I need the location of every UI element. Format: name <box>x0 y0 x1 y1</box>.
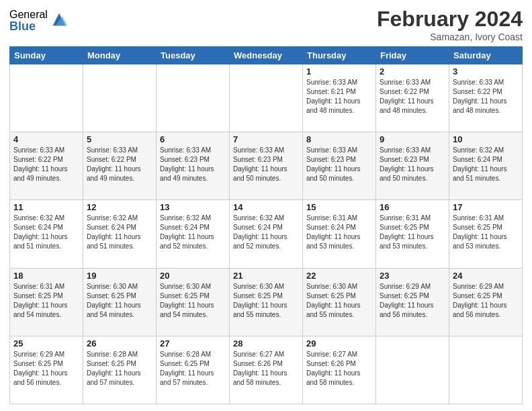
day-number: 23 <box>380 271 445 281</box>
calendar-day-5: 5Sunrise: 6:33 AM Sunset: 6:22 PM Daylig… <box>83 132 157 200</box>
day-number: 2 <box>380 66 445 77</box>
day-number: 17 <box>453 202 519 212</box>
calendar-day-17: 17Sunrise: 6:31 AM Sunset: 6:25 PM Dayli… <box>449 200 523 268</box>
day-info: Sunrise: 6:31 AM Sunset: 6:25 PM Dayligh… <box>13 282 79 320</box>
day-header-friday: Friday <box>376 47 449 64</box>
calendar-day-12: 12Sunrise: 6:32 AM Sunset: 6:24 PM Dayli… <box>83 200 157 268</box>
calendar-day-25: 25Sunrise: 6:29 AM Sunset: 6:25 PM Dayli… <box>10 336 83 404</box>
day-info: Sunrise: 6:33 AM Sunset: 6:23 PM Dayligh… <box>306 146 372 183</box>
day-info: Sunrise: 6:30 AM Sunset: 6:25 PM Dayligh… <box>306 282 372 320</box>
day-info: Sunrise: 6:33 AM Sunset: 6:22 PM Dayligh… <box>13 146 79 183</box>
day-number: 20 <box>160 271 226 281</box>
day-number: 1 <box>306 66 372 77</box>
calendar-day-2: 2Sunrise: 6:33 AM Sunset: 6:22 PM Daylig… <box>376 64 449 132</box>
calendar-day-28: 28Sunrise: 6:27 AM Sunset: 6:26 PM Dayli… <box>230 336 303 404</box>
day-number: 18 <box>13 271 79 281</box>
day-info: Sunrise: 6:27 AM Sunset: 6:26 PM Dayligh… <box>233 350 299 387</box>
calendar-day-7: 7Sunrise: 6:33 AM Sunset: 6:23 PM Daylig… <box>230 132 303 200</box>
day-number: 14 <box>233 202 299 212</box>
day-info: Sunrise: 6:32 AM Sunset: 6:24 PM Dayligh… <box>87 214 152 251</box>
day-info: Sunrise: 6:31 AM Sunset: 6:24 PM Dayligh… <box>306 214 372 251</box>
calendar-day-11: 11Sunrise: 6:32 AM Sunset: 6:24 PM Dayli… <box>10 200 83 268</box>
day-info: Sunrise: 6:29 AM Sunset: 6:25 PM Dayligh… <box>380 282 445 320</box>
logo: General Blue <box>9 9 69 32</box>
page: General Blue February 2024 Samazan, Ivor… <box>0 0 532 411</box>
subtitle: Samazan, Ivory Coast <box>377 32 523 42</box>
day-number: 26 <box>87 338 152 349</box>
day-number: 21 <box>233 271 299 281</box>
day-number: 13 <box>160 202 226 212</box>
day-info: Sunrise: 6:33 AM Sunset: 6:22 PM Dayligh… <box>380 78 445 116</box>
day-number: 7 <box>233 134 299 144</box>
calendar-week-row: 4Sunrise: 6:33 AM Sunset: 6:22 PM Daylig… <box>10 132 523 200</box>
calendar-day-3: 3Sunrise: 6:33 AM Sunset: 6:22 PM Daylig… <box>449 64 523 132</box>
calendar-day-13: 13Sunrise: 6:32 AM Sunset: 6:24 PM Dayli… <box>157 200 230 268</box>
day-header-sunday: Sunday <box>10 47 83 64</box>
calendar-day-1: 1Sunrise: 6:33 AM Sunset: 6:21 PM Daylig… <box>303 64 376 132</box>
calendar-day-23: 23Sunrise: 6:29 AM Sunset: 6:25 PM Dayli… <box>376 268 449 336</box>
day-info: Sunrise: 6:33 AM Sunset: 6:23 PM Dayligh… <box>380 146 445 183</box>
day-number: 4 <box>13 134 79 144</box>
calendar-day-26: 26Sunrise: 6:28 AM Sunset: 6:25 PM Dayli… <box>83 336 157 404</box>
day-info: Sunrise: 6:31 AM Sunset: 6:25 PM Dayligh… <box>453 214 519 251</box>
calendar-day-27: 27Sunrise: 6:28 AM Sunset: 6:25 PM Dayli… <box>157 336 230 404</box>
calendar-day-19: 19Sunrise: 6:30 AM Sunset: 6:25 PM Dayli… <box>83 268 157 336</box>
day-header-tuesday: Tuesday <box>157 47 230 64</box>
day-info: Sunrise: 6:32 AM Sunset: 6:24 PM Dayligh… <box>13 214 79 251</box>
day-info: Sunrise: 6:30 AM Sunset: 6:25 PM Dayligh… <box>233 282 299 320</box>
calendar-empty-cell <box>83 64 157 132</box>
calendar-day-14: 14Sunrise: 6:32 AM Sunset: 6:24 PM Dayli… <box>230 200 303 268</box>
calendar-day-6: 6Sunrise: 6:33 AM Sunset: 6:23 PM Daylig… <box>157 132 230 200</box>
day-info: Sunrise: 6:33 AM Sunset: 6:21 PM Dayligh… <box>306 78 372 116</box>
day-number: 11 <box>13 202 79 212</box>
day-info: Sunrise: 6:29 AM Sunset: 6:25 PM Dayligh… <box>453 282 519 320</box>
main-title: February 2024 <box>377 7 523 32</box>
day-number: 16 <box>380 202 445 212</box>
calendar-week-row: 1Sunrise: 6:33 AM Sunset: 6:21 PM Daylig… <box>10 64 523 132</box>
calendar-day-22: 22Sunrise: 6:30 AM Sunset: 6:25 PM Dayli… <box>303 268 376 336</box>
day-number: 5 <box>87 134 152 144</box>
day-number: 9 <box>380 134 445 144</box>
day-info: Sunrise: 6:32 AM Sunset: 6:24 PM Dayligh… <box>233 214 299 251</box>
day-info: Sunrise: 6:30 AM Sunset: 6:25 PM Dayligh… <box>87 282 152 320</box>
day-info: Sunrise: 6:32 AM Sunset: 6:24 PM Dayligh… <box>160 214 226 251</box>
calendar-empty-cell <box>449 336 523 404</box>
day-number: 27 <box>160 338 226 349</box>
calendar-day-20: 20Sunrise: 6:30 AM Sunset: 6:25 PM Dayli… <box>157 268 230 336</box>
day-number: 8 <box>306 134 372 144</box>
logo-general: General <box>9 9 48 20</box>
day-info: Sunrise: 6:33 AM Sunset: 6:22 PM Dayligh… <box>87 146 152 183</box>
calendar-header-row: SundayMondayTuesdayWednesdayThursdayFrid… <box>10 47 523 64</box>
calendar-day-18: 18Sunrise: 6:31 AM Sunset: 6:25 PM Dayli… <box>10 268 83 336</box>
day-number: 6 <box>160 134 226 144</box>
day-number: 3 <box>453 66 519 77</box>
day-info: Sunrise: 6:29 AM Sunset: 6:25 PM Dayligh… <box>13 350 79 387</box>
day-number: 10 <box>453 134 519 144</box>
day-number: 12 <box>87 202 152 212</box>
day-info: Sunrise: 6:33 AM Sunset: 6:23 PM Dayligh… <box>160 146 226 183</box>
logo-text: General Blue <box>9 9 48 32</box>
calendar-empty-cell <box>230 64 303 132</box>
day-header-thursday: Thursday <box>303 47 376 64</box>
day-number: 22 <box>306 271 372 281</box>
day-header-saturday: Saturday <box>449 47 523 64</box>
day-number: 29 <box>306 338 372 349</box>
header: General Blue February 2024 Samazan, Ivor… <box>9 7 523 42</box>
day-header-monday: Monday <box>83 47 157 64</box>
calendar-table: SundayMondayTuesdayWednesdayThursdayFrid… <box>9 46 523 404</box>
day-info: Sunrise: 6:32 AM Sunset: 6:24 PM Dayligh… <box>453 146 519 183</box>
calendar-day-15: 15Sunrise: 6:31 AM Sunset: 6:24 PM Dayli… <box>303 200 376 268</box>
calendar-week-row: 11Sunrise: 6:32 AM Sunset: 6:24 PM Dayli… <box>10 200 523 268</box>
day-number: 25 <box>13 338 79 349</box>
calendar-day-4: 4Sunrise: 6:33 AM Sunset: 6:22 PM Daylig… <box>10 132 83 200</box>
logo-icon <box>50 10 69 29</box>
calendar-day-8: 8Sunrise: 6:33 AM Sunset: 6:23 PM Daylig… <box>303 132 376 200</box>
day-info: Sunrise: 6:27 AM Sunset: 6:26 PM Dayligh… <box>306 350 372 387</box>
calendar-day-21: 21Sunrise: 6:30 AM Sunset: 6:25 PM Dayli… <box>230 268 303 336</box>
calendar-empty-cell <box>157 64 230 132</box>
day-header-wednesday: Wednesday <box>230 47 303 64</box>
calendar-empty-cell <box>10 64 83 132</box>
day-info: Sunrise: 6:33 AM Sunset: 6:22 PM Dayligh… <box>453 78 519 116</box>
day-info: Sunrise: 6:28 AM Sunset: 6:25 PM Dayligh… <box>87 350 152 387</box>
title-block: February 2024 Samazan, Ivory Coast <box>377 7 523 42</box>
